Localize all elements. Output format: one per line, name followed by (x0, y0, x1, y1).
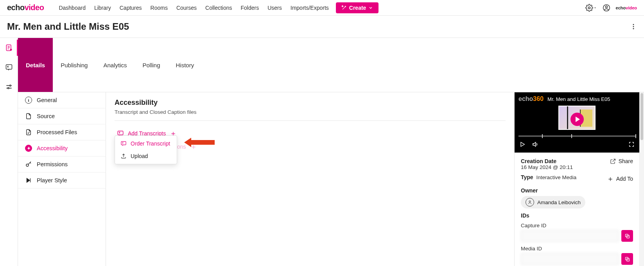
nav-imports-exports[interactable]: Imports/Exports (291, 5, 329, 11)
upload-icon (120, 153, 127, 159)
copy-icon (624, 256, 630, 262)
menu-order-transcript[interactable]: Order Transcript (115, 137, 177, 150)
add-transcripts-menu: Order Transcript Upload (115, 135, 177, 164)
details-icon (5, 44, 13, 52)
top-nav: Dashboard Library Captures Rooms Courses… (59, 5, 328, 11)
media-id-field[interactable] (521, 253, 619, 265)
nav-rooms[interactable]: Rooms (151, 5, 168, 11)
transcript-icon (5, 63, 13, 71)
subnav-source[interactable]: Source (18, 108, 106, 124)
info-icon: i (25, 97, 32, 104)
svg-point-4 (633, 26, 634, 27)
share-button[interactable]: Share (610, 158, 633, 164)
rail-settings[interactable] (3, 81, 15, 93)
svg-point-2 (605, 6, 607, 8)
right-panel-wrap: echo360 Mr. Men and Little Miss E05 (514, 92, 644, 266)
content-sub: Transcript and Closed Caption files (115, 109, 506, 115)
nav-dashboard[interactable]: Dashboard (59, 5, 86, 11)
subnav-general[interactable]: i General (18, 92, 106, 108)
top-bar: echovideo Dashboard Library Captures Roo… (0, 0, 644, 16)
volume-icon[interactable] (532, 141, 539, 148)
right-scrollbar[interactable] (639, 92, 644, 266)
user-circle-icon (603, 4, 610, 12)
creation-date-value: 16 May 2024 @ 20:11 (521, 164, 573, 170)
tab-details[interactable]: Details (18, 38, 53, 92)
ids-label: IDs (521, 212, 633, 219)
chevron-down-icon (368, 5, 373, 10)
video-player[interactable]: echo360 Mr. Men and Little Miss E05 (515, 92, 639, 153)
add-to-button[interactable]: ＋ Add To (607, 174, 633, 183)
subnav-accessibility[interactable]: ✦ Accessibility (18, 140, 106, 156)
svg-point-0 (588, 7, 590, 9)
avatar-icon (526, 198, 534, 207)
brand-small: echovideo (616, 5, 637, 10)
play-skip-icon (25, 177, 32, 184)
nav-library[interactable]: Library (94, 5, 111, 11)
nav-collections[interactable]: Collections (205, 5, 232, 11)
play-button[interactable] (570, 113, 584, 126)
share-icon (610, 158, 616, 164)
caret-down-icon (593, 6, 597, 10)
svg-rect-8 (6, 65, 12, 69)
order-icon (120, 140, 127, 147)
left-rail (0, 38, 18, 266)
owner-chip[interactable]: Amanda Leibovich (521, 196, 585, 208)
brand-logo[interactable]: echovideo (7, 3, 44, 12)
subnav-player-style[interactable]: Player Style (18, 173, 106, 189)
nav-folders[interactable]: Folders (241, 5, 259, 11)
svg-rect-12 (118, 131, 123, 135)
create-label: Create (349, 5, 366, 11)
menu-upload[interactable]: Upload (115, 150, 177, 162)
scrollbar-thumb[interactable] (640, 93, 643, 140)
tab-history[interactable]: History (168, 38, 202, 92)
rail-transcript[interactable] (3, 61, 15, 73)
settings-button[interactable] (585, 4, 597, 12)
divider (115, 120, 506, 121)
capture-id-label: Capture ID (521, 223, 633, 228)
page-title: Mr. Men and Little Miss E05 (7, 21, 129, 32)
mid-body: i General Source Processed Files ✦ (18, 92, 644, 266)
player-header: echo360 Mr. Men and Little Miss E05 (515, 92, 639, 106)
topbar-right: echovideo (585, 4, 637, 12)
copy-icon (624, 233, 630, 239)
timeline[interactable] (518, 135, 635, 137)
menu-upload-label: Upload (131, 153, 148, 159)
content-heading: Accessibility (115, 99, 506, 107)
subnav-accessibility-label: Accessibility (37, 145, 68, 151)
svg-point-9 (9, 85, 11, 86)
create-button[interactable]: Create (336, 2, 379, 13)
svg-point-10 (7, 88, 9, 89)
arrow-head-icon (184, 138, 191, 147)
page-body: Details Publishing Analytics Polling His… (0, 38, 644, 266)
page-title-row: Mr. Men and Little Miss E05 (0, 16, 644, 38)
details-subnav: i General Source Processed Files ✦ (18, 92, 106, 266)
rail-details[interactable] (3, 42, 15, 54)
play-icon[interactable] (519, 141, 526, 147)
subnav-processed-label: Processed Files (37, 129, 77, 135)
nav-captures[interactable]: Captures (120, 5, 142, 11)
file-check-icon (25, 129, 32, 136)
account-button[interactable] (603, 4, 610, 12)
mid-column: Details Publishing Analytics Polling His… (18, 38, 644, 266)
accessibility-icon: ✦ (25, 145, 32, 152)
capture-id-field[interactable] (521, 230, 619, 242)
add-captions-button[interactable]: ons ＋ (177, 142, 506, 151)
tab-publishing[interactable]: Publishing (53, 38, 95, 92)
magic-wand-icon (341, 5, 347, 11)
subnav-permissions-label: Permissions (37, 161, 68, 167)
tab-polling[interactable]: Polling (135, 38, 168, 92)
subnav-processed[interactable]: Processed Files (18, 124, 106, 140)
svg-point-14 (529, 201, 531, 202)
player-title: Mr. Men and Little Miss E05 (547, 96, 610, 102)
nav-courses[interactable]: Courses (176, 5, 197, 11)
copy-capture-id-button[interactable] (621, 230, 633, 242)
subnav-permissions[interactable]: Permissions (18, 156, 106, 173)
nav-users[interactable]: Users (267, 5, 282, 11)
copy-media-id-button[interactable] (621, 253, 633, 265)
media-id-label: Media ID (521, 246, 633, 252)
fullscreen-icon[interactable] (628, 141, 635, 147)
tab-analytics[interactable]: Analytics (95, 38, 135, 92)
type-label: Type (521, 174, 533, 180)
page-menu-button[interactable] (630, 23, 637, 30)
svg-point-7 (10, 49, 12, 51)
